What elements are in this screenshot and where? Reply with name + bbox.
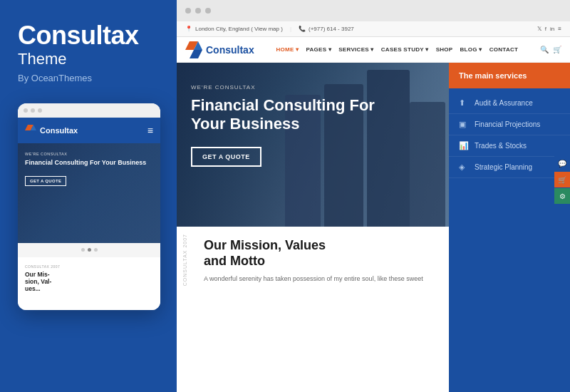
sidebar-items: ⬆ Audit & Assurance ▣ Financial Projecti…: [449, 88, 570, 182]
audit-icon: ⬆: [459, 98, 469, 108]
hero-title: Financial Consulting ForYour Business: [191, 96, 375, 134]
mobile-logo-icon: [25, 125, 36, 136]
mobile-logo-text: Consultax: [40, 126, 78, 135]
mobile-dot-1: [24, 108, 28, 113]
site-sidebar: The main services ⬆ Audit & Assurance ▣ …: [449, 63, 570, 392]
phone-icon: 📞: [299, 26, 306, 32]
browser-chrome: [177, 0, 570, 21]
mobile-dots-bar: [18, 243, 160, 257]
mobile-hero: WE'RE CONSULTAX Financial Consulting For…: [18, 143, 160, 243]
svg-marker-1: [28, 130, 36, 136]
mobile-dot-3: [38, 108, 42, 113]
trades-label: Trades & Stocks: [475, 142, 527, 150]
sidebar-item-strategic[interactable]: ◈ Strategic Planning: [449, 157, 570, 178]
strategic-label: Strategic Planning: [475, 163, 532, 171]
sidebar-item-trades[interactable]: 📊 Trades & Stocks: [449, 135, 570, 157]
sidebar-item-audit[interactable]: ⬆ Audit & Assurance: [449, 93, 570, 114]
svg-marker-4: [190, 50, 202, 58]
trades-icon: 📊: [459, 141, 469, 150]
dot-1: [81, 248, 85, 252]
mobile-logo-area: Consultax: [25, 125, 78, 136]
mission-title: Our Mission, Valuesand Motto: [204, 238, 435, 269]
nav-icons: 🔍 🛒: [540, 46, 561, 53]
browser-dot-1: [185, 8, 191, 14]
dot-2: [88, 248, 91, 252]
brand-subtitle: Theme: [18, 50, 159, 68]
financial-label: Financial Projections: [475, 120, 540, 128]
nav-services[interactable]: SERVICES ▾: [338, 46, 374, 53]
hero-badge: WE'RE CONSULTAX: [191, 84, 375, 91]
settings-float-icon[interactable]: ⚙: [554, 188, 570, 204]
topbar-right: 𝕏 f in ≡: [537, 26, 561, 32]
hamburger-icon[interactable]: ≡: [147, 125, 153, 136]
hero-content: WE'RE CONSULTAX Financial Consulting For…: [191, 84, 375, 167]
site-main: WE'RE CONSULTAX Financial Consulting For…: [177, 63, 570, 392]
twitter-icon[interactable]: 𝕏: [537, 26, 542, 32]
hero-cta-button[interactable]: GET A QUOTE: [191, 147, 261, 167]
mission-section: CONSULTAX 2007 Our Mission, Valuesand Mo…: [177, 227, 449, 392]
site-logo: Consultax: [185, 41, 254, 58]
nav-pages[interactable]: PAGES ▾: [306, 46, 331, 53]
browser-content: 📍 London City, England ( View map ) | 📞 …: [177, 21, 570, 392]
linkedin-icon[interactable]: in: [550, 26, 554, 32]
mobile-dot-2: [31, 108, 35, 113]
browser-dot-2: [195, 8, 201, 14]
mobile-mission: CONSULTAX 2007 Our Mis-sion, Val-ues...: [18, 257, 160, 310]
mobile-mission-label: CONSULTAX 2007: [25, 264, 153, 269]
audit-label: Audit & Assurance: [475, 99, 533, 107]
phone-text: (+977) 614 - 3927: [309, 26, 354, 32]
brand-title: Consultax: [18, 21, 159, 50]
nav-blog[interactable]: BLOG ▾: [460, 46, 482, 53]
mobile-nav: Consultax ≡: [18, 118, 160, 143]
floating-icons: 💬 🛒 ⚙: [554, 155, 570, 204]
hero-section: WE'RE CONSULTAX Financial Consulting For…: [177, 63, 449, 227]
nav-contact[interactable]: CONTACT: [489, 46, 519, 53]
nav-home[interactable]: HOME ▾: [276, 46, 299, 53]
dot-3: [94, 248, 98, 252]
nav-cases[interactable]: CASES STUDY ▾: [381, 46, 429, 53]
chat-float-icon[interactable]: 💬: [554, 155, 570, 171]
financial-icon: ▣: [459, 120, 469, 129]
mobile-hero-badge: WE'RE CONSULTAX: [25, 152, 153, 156]
sidebar-item-financial[interactable]: ▣ Financial Projections: [449, 114, 570, 135]
figure-4: [410, 102, 445, 227]
site-topbar: 📍 London City, England ( View map ) | 📞 …: [177, 21, 570, 37]
location-text: London City, England ( View map ): [195, 26, 283, 32]
mission-content: Our Mission, Valuesand Motto A wonderful…: [191, 238, 435, 284]
site-logo-text: Consultax: [206, 44, 254, 56]
mobile-top-bar: [18, 103, 160, 118]
mobile-mockup: Consultax ≡ WE'RE CONSULTAX Financial Co…: [18, 103, 160, 310]
location-icon: 📍: [185, 26, 192, 32]
mobile-hero-title: Financial Consulting For Your Business: [25, 159, 153, 167]
brand-by: By OceanThemes: [18, 73, 159, 83]
topbar-left: 📍 London City, England ( View map ) | 📞 …: [185, 26, 354, 32]
site-nav: Consultax HOME ▾ PAGES ▾ SERVICES ▾ CASE…: [177, 37, 570, 63]
logo-icon: [185, 41, 202, 58]
mobile-cta-button[interactable]: GET A QUOTE: [25, 176, 66, 186]
mission-text: A wonderful serenity has taken possessio…: [204, 274, 435, 284]
search-icon[interactable]: 🔍: [540, 46, 549, 53]
sidebar-header: The main services: [449, 63, 570, 88]
left-panel: Consultax Theme By OceanThemes Consultax…: [0, 0, 177, 392]
browser-dot-3: [205, 8, 211, 14]
facebook-icon[interactable]: f: [545, 26, 546, 32]
right-panel: 📍 London City, England ( View map ) | 📞 …: [177, 0, 570, 392]
vertical-label: CONSULTAX 2007: [182, 234, 187, 286]
cart-float-icon[interactable]: 🛒: [554, 172, 570, 187]
rss-icon[interactable]: ≡: [558, 26, 561, 32]
cart-icon[interactable]: 🛒: [553, 46, 561, 53]
site-content: WE'RE CONSULTAX Financial Consulting For…: [177, 63, 449, 392]
mobile-mission-title: Our Mis-sion, Val-ues...: [25, 271, 153, 293]
nav-links: HOME ▾ PAGES ▾ SERVICES ▾ CASES STUDY ▾ …: [276, 46, 518, 53]
nav-shop[interactable]: SHOP: [436, 46, 453, 53]
strategic-icon: ◈: [459, 163, 469, 172]
